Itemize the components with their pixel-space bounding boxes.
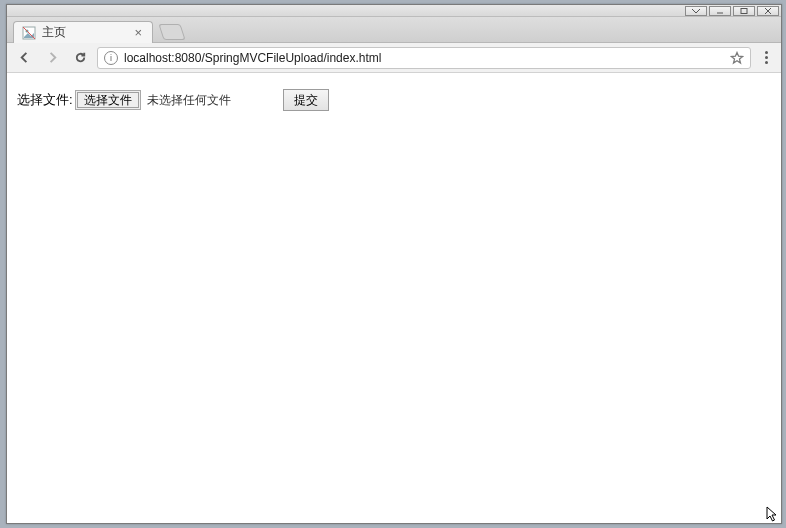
window-titlebar bbox=[7, 5, 781, 17]
forward-button[interactable] bbox=[41, 47, 63, 69]
site-info-icon[interactable]: i bbox=[104, 51, 118, 65]
tab-strip: 主页 × bbox=[7, 17, 781, 43]
tab-close-button[interactable]: × bbox=[132, 26, 144, 39]
submit-button[interactable]: 提交 bbox=[283, 89, 329, 111]
file-field-label: 选择文件: bbox=[17, 91, 73, 109]
tab-title: 主页 bbox=[42, 24, 132, 41]
page-favicon-broken-icon bbox=[22, 26, 36, 40]
arrow-right-icon bbox=[45, 50, 60, 65]
choose-file-button[interactable]: 选择文件 bbox=[77, 92, 139, 108]
arrow-left-icon bbox=[17, 50, 32, 65]
window-maximize-button[interactable] bbox=[733, 6, 755, 16]
page-content: 选择文件: 选择文件 未选择任何文件 提交 bbox=[7, 73, 781, 523]
browser-menu-button[interactable] bbox=[757, 47, 775, 69]
kebab-menu-icon bbox=[765, 51, 768, 64]
close-icon bbox=[763, 7, 773, 15]
file-input[interactable]: 选择文件 bbox=[75, 90, 141, 110]
minimize-icon bbox=[715, 7, 725, 15]
svg-rect-1 bbox=[741, 8, 747, 13]
browser-window: 主页 × i 选择文件: 选择文件 bbox=[6, 4, 782, 524]
new-tab-button[interactable] bbox=[158, 24, 185, 40]
url-input[interactable] bbox=[124, 51, 724, 65]
window-dropdown-button[interactable] bbox=[685, 6, 707, 16]
window-close-button[interactable] bbox=[757, 6, 779, 16]
browser-toolbar: i bbox=[7, 43, 781, 73]
bookmark-star-icon[interactable] bbox=[730, 51, 744, 65]
reload-button[interactable] bbox=[69, 47, 91, 69]
maximize-icon bbox=[739, 7, 749, 15]
browser-tab-active[interactable]: 主页 × bbox=[13, 21, 153, 43]
address-bar[interactable]: i bbox=[97, 47, 751, 69]
back-button[interactable] bbox=[13, 47, 35, 69]
file-selected-status: 未选择任何文件 bbox=[147, 92, 231, 109]
upload-form: 选择文件: 选择文件 未选择任何文件 提交 bbox=[17, 89, 771, 111]
chevron-down-icon bbox=[691, 7, 701, 15]
reload-icon bbox=[73, 50, 88, 65]
window-minimize-button[interactable] bbox=[709, 6, 731, 16]
